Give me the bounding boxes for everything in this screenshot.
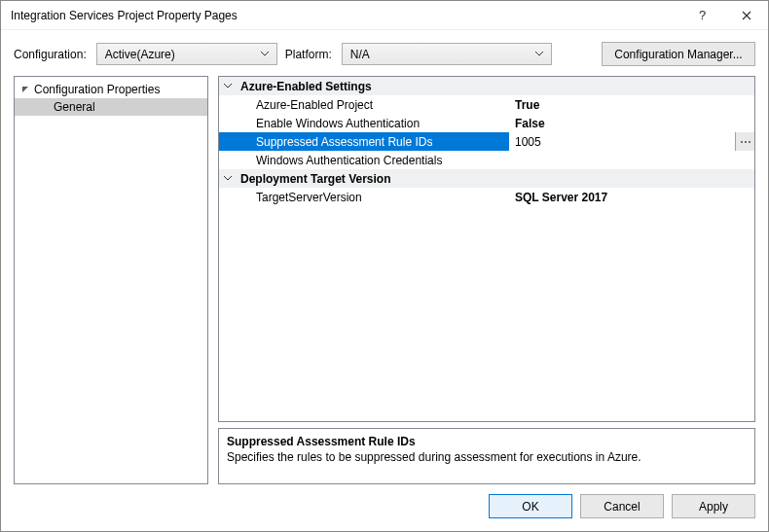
apply-label: Apply [699, 500, 728, 514]
property-name: TargetServerVersion [237, 191, 509, 204]
chevron-down-icon [257, 52, 273, 56]
tree-root-label: Configuration Properties [34, 83, 160, 96]
property-value[interactable]: True [509, 98, 754, 112]
platform-dropdown[interactable]: N/A [342, 43, 552, 65]
category-row[interactable]: Azure-Enabled Settings [219, 77, 754, 95]
cancel-label: Cancel [604, 500, 640, 514]
configuration-manager-button[interactable]: Configuration Manager... [602, 42, 755, 66]
category-label: Deployment Target Version [237, 172, 754, 186]
svg-point-1 [741, 141, 743, 143]
window-title: Integration Services Project Property Pa… [11, 9, 238, 22]
property-value[interactable]: 1005 [509, 135, 754, 149]
property-row[interactable]: TargetServerVersion SQL Server 2017 [219, 188, 754, 206]
apply-button[interactable]: Apply [672, 494, 755, 518]
ellipsis-button[interactable] [735, 132, 754, 151]
property-name: Azure-Enabled Project [237, 98, 509, 112]
ok-button[interactable]: OK [489, 494, 572, 518]
property-value[interactable]: False [509, 117, 754, 130]
property-row-selected[interactable]: Suppressed Assessment Rule IDs 1005 [219, 132, 754, 151]
close-button[interactable] [724, 1, 768, 30]
property-row[interactable]: Enable Windows Authentication False [219, 114, 754, 132]
property-name: Windows Authentication Credentials [237, 154, 509, 167]
platform-label: Platform: [285, 48, 334, 61]
tree-item-label: General [54, 100, 95, 114]
property-name: Enable Windows Authentication [237, 117, 509, 130]
configuration-value: Active(Azure) [105, 48, 175, 61]
property-name: Suppressed Assessment Rule IDs [237, 135, 509, 149]
tree-root-item[interactable]: Configuration Properties [15, 81, 207, 98]
description-body: Specifies the rules to be suppressed dur… [227, 450, 747, 464]
help-button[interactable]: ? [680, 1, 724, 30]
nav-tree[interactable]: Configuration Properties General [14, 76, 208, 484]
svg-text:?: ? [699, 9, 706, 22]
category-row[interactable]: Deployment Target Version [219, 169, 754, 188]
tree-collapse-icon [20, 86, 30, 93]
titlebar: Integration Services Project Property Pa… [1, 1, 768, 30]
collapse-icon [219, 176, 237, 181]
collapse-icon [219, 84, 237, 89]
tree-item-general[interactable]: General [15, 98, 207, 116]
main-area: Configuration Properties General Azure-E… [1, 76, 768, 484]
chevron-down-icon [531, 52, 547, 56]
property-row[interactable]: Windows Authentication Credentials [219, 151, 754, 169]
configuration-label: Configuration: [14, 48, 89, 61]
svg-point-2 [745, 141, 747, 143]
property-value[interactable]: SQL Server 2017 [509, 191, 754, 204]
dialog-footer: OK Cancel Apply [1, 484, 768, 518]
description-title: Suppressed Assessment Rule IDs [227, 435, 747, 448]
cancel-button[interactable]: Cancel [580, 494, 664, 518]
ok-label: OK [522, 500, 538, 514]
property-grid[interactable]: Azure-Enabled Settings Azure-Enabled Pro… [218, 76, 755, 422]
configuration-dropdown[interactable]: Active(Azure) [96, 43, 277, 65]
property-row[interactable]: Azure-Enabled Project True [219, 95, 754, 114]
platform-value: N/A [350, 48, 370, 61]
svg-point-3 [749, 141, 751, 143]
category-label: Azure-Enabled Settings [237, 80, 754, 93]
right-pane: Azure-Enabled Settings Azure-Enabled Pro… [218, 76, 755, 484]
configuration-manager-label: Configuration Manager... [614, 48, 742, 61]
config-toolbar: Configuration: Active(Azure) Platform: N… [1, 30, 768, 76]
description-pane: Suppressed Assessment Rule IDs Specifies… [218, 428, 755, 484]
